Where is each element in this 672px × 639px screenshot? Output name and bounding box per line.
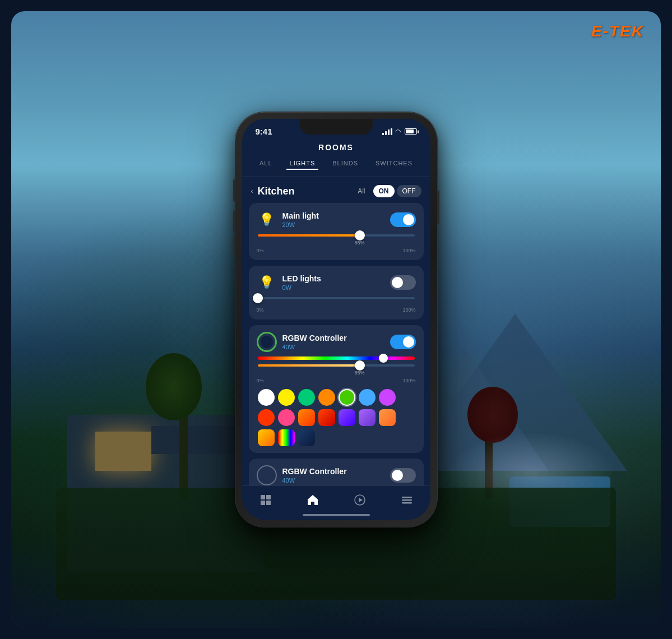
device-main-light-header: 💡 Main light 20W — [257, 210, 416, 230]
house-window — [95, 432, 151, 471]
device-rgbw-1: RGBW Controller 40W — [249, 325, 424, 453]
brand-logo: E-TEK — [591, 22, 644, 40]
rgbw1-info: RGBW Controller 40W — [257, 332, 347, 352]
rgbw2-watt: 40W — [282, 477, 347, 484]
tab-switches[interactable]: SWITCHES — [372, 158, 416, 170]
swatch-rainbow[interactable] — [278, 429, 295, 446]
main-light-slider: 65% 0% 100% — [257, 234, 416, 253]
app-container: E-TEK 9:41 — [11, 11, 661, 628]
nav-grid[interactable] — [253, 492, 279, 508]
main-light-icon: 💡 — [257, 210, 277, 230]
swatch-blue[interactable] — [359, 389, 376, 406]
tree-top — [146, 353, 202, 420]
led-lights-track[interactable] — [258, 297, 415, 299]
section-header: ‹ Kitchen All ON OFF — [242, 177, 430, 203]
swatch-gradient-4[interactable] — [359, 409, 376, 426]
phone-screen: 9:41 ◠ — [242, 119, 430, 520]
play-icon — [354, 494, 366, 506]
app-title: ROOMS — [242, 140, 430, 158]
rgbw2-toggle[interactable] — [390, 468, 416, 483]
rgbw2-info: RGBW Controller 40W — [257, 465, 347, 485]
main-light-watt: 20W — [282, 221, 319, 228]
color-swatches — [257, 389, 416, 446]
section-controls: All ON OFF — [352, 185, 421, 197]
chevron-icon[interactable]: ‹ — [251, 187, 253, 195]
swatch-yellow[interactable] — [278, 389, 295, 406]
signal-icon — [382, 128, 392, 135]
device-list: ‹ Kitchen All ON OFF — [242, 177, 430, 485]
main-light-percent: 65% — [354, 240, 364, 246]
swatch-white[interactable] — [258, 389, 275, 406]
main-light-brightness-track[interactable]: 65% — [258, 234, 415, 237]
nav-play[interactable] — [347, 492, 373, 508]
device-led-lights: 💡 LED lights 0W — [249, 266, 424, 320]
main-light-toggle[interactable] — [390, 212, 416, 227]
tree-trunk — [179, 409, 188, 499]
main-light-knob[interactable] — [355, 230, 365, 240]
rgbw1-name: RGBW Controller — [282, 334, 347, 342]
rgbw1-icon — [257, 332, 277, 352]
swatch-gradient-5[interactable] — [379, 409, 396, 426]
status-icons: ◠ — [382, 128, 417, 136]
warmcool-knob[interactable] — [355, 360, 365, 371]
rgbw2-header: RGBW Controller 40W — [257, 465, 416, 485]
led-lights-name: LED lights — [282, 274, 321, 283]
svg-rect-6 — [402, 497, 412, 498]
battery-icon — [405, 128, 417, 135]
tab-all[interactable]: ALL — [256, 158, 276, 170]
control-all[interactable]: All — [352, 185, 370, 197]
swatch-purple[interactable] — [379, 389, 396, 406]
swatch-red[interactable] — [258, 409, 275, 426]
home-icon — [307, 494, 319, 506]
phone-notch — [300, 119, 373, 135]
swatch-gradient-1[interactable] — [298, 409, 315, 426]
nav-menu[interactable] — [394, 492, 420, 508]
svg-rect-1 — [266, 495, 271, 499]
swatch-gradient-3[interactable] — [339, 409, 355, 426]
phone-mockup: 9:41 ◠ — [235, 112, 437, 527]
led-light-icon: 💡 — [257, 272, 277, 293]
svg-rect-3 — [266, 501, 271, 505]
main-light-name: Main light — [282, 211, 319, 220]
section-name: Kitchen — [258, 186, 295, 197]
svg-rect-2 — [261, 501, 265, 505]
device-rgbw-2: RGBW Controller 40W — [249, 459, 424, 485]
device-main-light-info: 💡 Main light 20W — [257, 210, 319, 230]
swatch-pink[interactable] — [278, 409, 295, 426]
rgbw1-watt: 40W — [282, 344, 347, 350]
red-tree-top — [467, 387, 518, 443]
main-light-labels: 0% 100% — [257, 248, 416, 253]
tabs-row: ALL LIGHTS BLINDS SWITCHES — [242, 158, 430, 177]
control-off[interactable]: OFF — [397, 185, 421, 197]
section-title-area: ‹ Kitchen — [251, 186, 295, 197]
swatch-teal[interactable] — [298, 389, 315, 406]
rgbw1-warmcool-slider: 65% 0% 100% — [257, 364, 416, 383]
spectrum-track[interactable] — [258, 356, 415, 360]
led-lights-slider: 0% 100% — [257, 297, 416, 313]
swatch-gradient-6[interactable] — [258, 429, 275, 446]
svg-rect-0 — [261, 495, 265, 499]
control-on[interactable]: ON — [373, 185, 395, 197]
spectrum-knob[interactable] — [379, 354, 388, 363]
swatch-orange[interactable] — [318, 389, 335, 406]
tab-lights[interactable]: LIGHTS — [286, 158, 319, 170]
nav-home[interactable] — [300, 492, 326, 508]
grid-icon — [259, 494, 272, 506]
swatch-gradient-2[interactable] — [318, 409, 335, 426]
led-lights-toggle[interactable] — [390, 275, 416, 290]
device-main-light: 💡 Main light 20W — [249, 203, 424, 260]
swatch-green[interactable] — [339, 389, 355, 406]
svg-rect-7 — [402, 499, 412, 501]
bottom-nav — [242, 485, 430, 512]
warmcool-track[interactable]: 65% — [258, 364, 415, 367]
swatch-dark-blue[interactable] — [298, 429, 315, 446]
phone-body: 9:41 ◠ — [235, 112, 437, 527]
device-led-info: 💡 LED lights 0W — [257, 272, 321, 293]
led-lights-knob[interactable] — [253, 293, 263, 303]
svg-marker-5 — [359, 498, 363, 502]
rgbw1-toggle[interactable] — [390, 335, 416, 349]
warmcool-percent: 65% — [354, 370, 364, 376]
rgbw2-name: RGBW Controller — [282, 467, 347, 476]
menu-icon — [401, 494, 413, 506]
tab-blinds[interactable]: BLINDS — [329, 158, 362, 170]
